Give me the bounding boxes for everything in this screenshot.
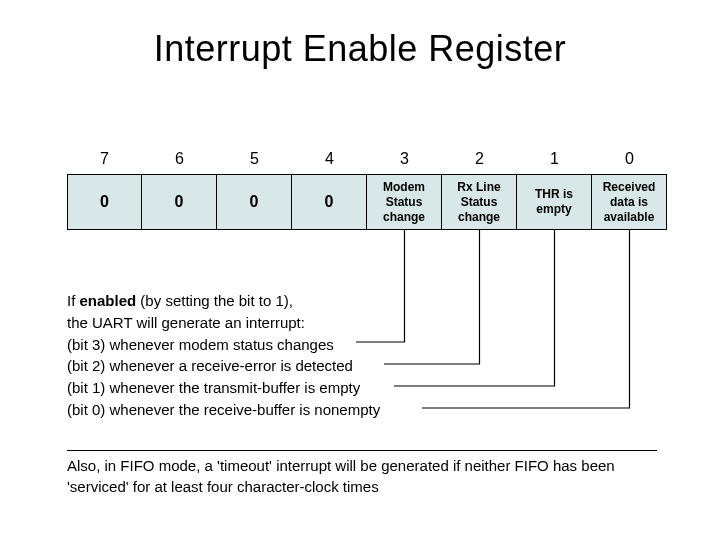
- bit-cell-2: Rx Line Status change: [442, 174, 517, 230]
- page-title: Interrupt Enable Register: [0, 0, 720, 70]
- bit-number: 2: [442, 150, 517, 174]
- bit-cell-6: 0: [142, 174, 217, 230]
- explanation-block: If enabled (by setting the bit to 1), th…: [67, 290, 380, 421]
- explain-bit2: (bit 2) whenever a receive-error is dete…: [67, 355, 380, 377]
- bit-cell-row: 0 0 0 0 Modem Status change Rx Line Stat…: [67, 174, 667, 230]
- explain-line: the UART will generate an interrupt:: [67, 312, 380, 334]
- bit-number: 1: [517, 150, 592, 174]
- bit-number: 5: [217, 150, 292, 174]
- explain-bit0: (bit 0) whenever the receive-buffer is n…: [67, 399, 380, 421]
- bit-cell-4: 0: [292, 174, 367, 230]
- bit-cell-1: THR is empty: [517, 174, 592, 230]
- bit-number: 6: [142, 150, 217, 174]
- bit-cell-3: Modem Status change: [367, 174, 442, 230]
- intro-before: If: [67, 292, 80, 309]
- bit-number: 7: [67, 150, 142, 174]
- bit-number: 0: [592, 150, 667, 174]
- bit-cell-7: 0: [67, 174, 142, 230]
- explain-bit3: (bit 3) whenever modem status changes: [67, 334, 380, 356]
- bit-cell-0: Received data is available: [592, 174, 667, 230]
- footnote: Also, in FIFO mode, a 'timeout' interrup…: [67, 450, 657, 497]
- intro-after: (by setting the bit to 1),: [136, 292, 293, 309]
- bit-cell-5: 0: [217, 174, 292, 230]
- explain-intro: If enabled (by setting the bit to 1),: [67, 290, 380, 312]
- register-diagram: 7 6 5 4 3 2 1 0 0 0 0 0 Modem Status cha…: [67, 150, 667, 230]
- explain-bit1: (bit 1) whenever the transmit-buffer is …: [67, 377, 380, 399]
- bit-number: 3: [367, 150, 442, 174]
- bit-number: 4: [292, 150, 367, 174]
- bit-number-row: 7 6 5 4 3 2 1 0: [67, 150, 667, 174]
- intro-bold: enabled: [80, 292, 137, 309]
